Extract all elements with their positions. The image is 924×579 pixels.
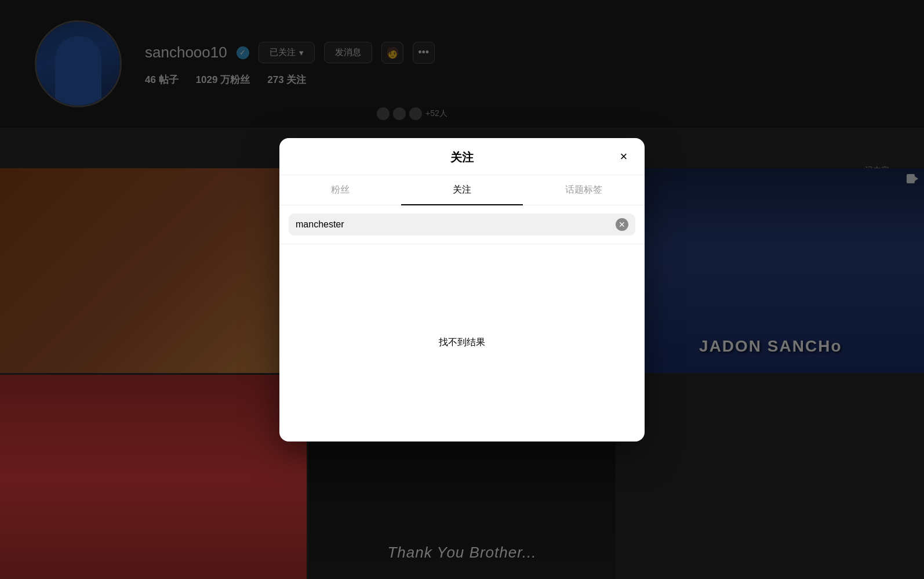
modal-header: 关注 × xyxy=(279,138,645,175)
modal-content: 找不到结果 xyxy=(279,244,645,442)
search-input[interactable] xyxy=(296,219,611,230)
no-results-text: 找不到结果 xyxy=(439,336,485,349)
tab-following[interactable]: 关注 xyxy=(401,176,523,205)
search-container: ✕ xyxy=(289,213,635,236)
tab-topics[interactable]: 话题标签 xyxy=(523,176,645,205)
modal-search-area: ✕ xyxy=(279,205,645,244)
modal-backdrop: 关注 × 粉丝 关注 话题标签 ✕ 找不到结果 xyxy=(0,0,924,579)
modal-close-button[interactable]: × xyxy=(614,147,633,166)
tab-fans[interactable]: 粉丝 xyxy=(279,176,401,205)
search-clear-button[interactable]: ✕ xyxy=(616,218,628,231)
modal-title: 关注 xyxy=(279,150,645,175)
modal-dialog: 关注 × 粉丝 关注 话题标签 ✕ 找不到结果 xyxy=(279,138,645,442)
modal-tabs: 粉丝 关注 话题标签 xyxy=(279,175,645,205)
